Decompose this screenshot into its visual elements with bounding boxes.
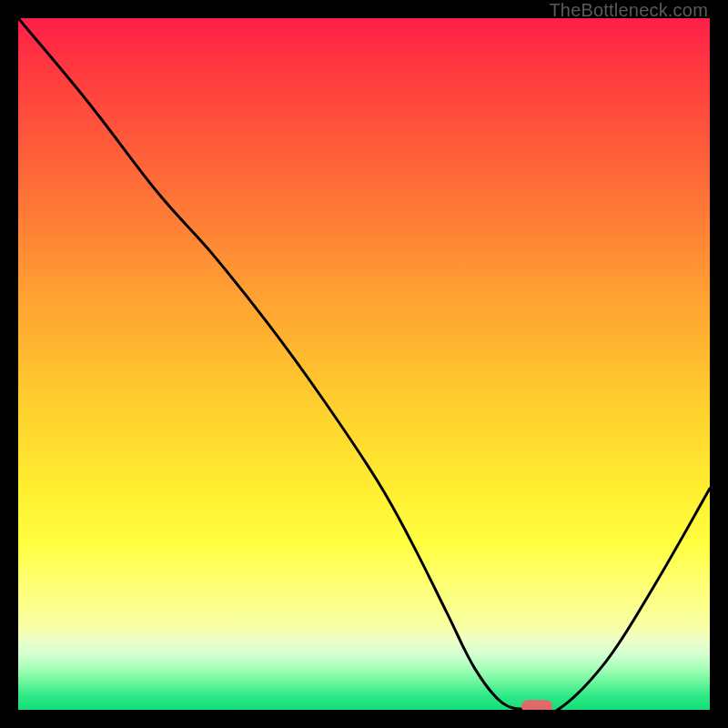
bottleneck-curve-path [18,18,710,710]
chart-frame: TheBottleneck.com [0,0,728,728]
optimal-marker [521,700,552,710]
chart-svg [18,18,710,710]
plot-area [18,18,710,710]
